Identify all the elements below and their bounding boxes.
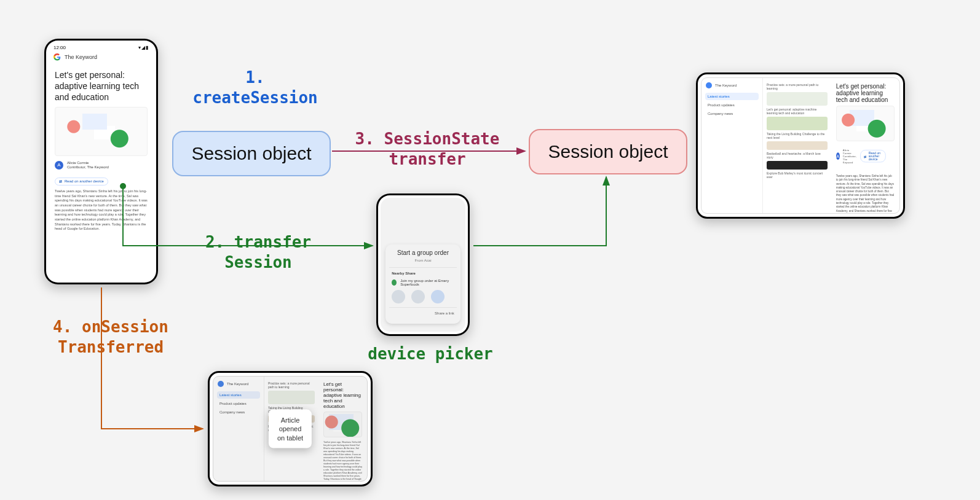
session-object-source: Session object (172, 131, 331, 176)
session-object-dest: Session object (529, 129, 687, 174)
step-2-label: 2. transfer Session (188, 232, 329, 272)
feed-item: Basketball and heartache: a March love s… (767, 152, 828, 159)
tablet-headline: Let's get personal: adaptive learning te… (836, 83, 895, 103)
step-4-label: 4. onSession Transferred (40, 317, 181, 357)
nav-item[interactable]: Product updates (705, 101, 759, 109)
feed-item: Taking the Living Building Challenge to … (767, 132, 828, 139)
nearby-status-icon (392, 279, 397, 286)
feed-item: Explore Bob Marley's most iconic concert… (767, 171, 828, 179)
step-3-label: 3. SessionState transfer (341, 129, 513, 169)
status-icons: ▾◢▮ (138, 45, 149, 50)
google-logo-icon (217, 380, 224, 388)
share-link-label: Share a link (392, 311, 454, 315)
author-role: Contributor, The Keyword (67, 165, 109, 170)
clock-label: 12:00 (53, 45, 66, 50)
nav-item[interactable]: Latest stories (705, 93, 759, 100)
share-target-avatar[interactable] (392, 290, 405, 303)
tablet-hero-illustration (836, 106, 895, 141)
share-target-avatar[interactable] (411, 290, 425, 303)
picker-title: Start a group order (392, 249, 454, 256)
device-picker-phone-mock: Start a group order From Acai Nearby Sha… (376, 193, 470, 336)
device-picker-label: device picker (350, 344, 510, 364)
read-on-chip[interactable]: ⇄ Read on another device (860, 150, 886, 162)
picker-subtitle: From Acai (392, 259, 454, 262)
google-logo-icon (53, 53, 61, 61)
svg-point-1 (218, 381, 224, 387)
author-avatar: A (55, 161, 63, 170)
step-1-label: 1. createSession (184, 68, 326, 107)
diagram-canvas: 1. createSession 2. transfer Session 3. … (0, 0, 980, 500)
share-target-device[interactable] (431, 290, 445, 303)
invite-text: Join my group order at Emery Superfoods (400, 279, 454, 286)
feed-item: Practice sets: a more personal path to l… (767, 83, 828, 90)
feed-item: Let's get personal: adaptive machine lea… (767, 107, 828, 115)
article-opened-toast: Article opened on tablet (269, 410, 312, 448)
nav-item[interactable]: Company news (705, 110, 759, 117)
callback-tablet-mock: The Keyword Latest stories Product updat… (208, 371, 373, 486)
source-phone-mock: 12:00▾◢▮ The Keyword Let's get personal:… (44, 39, 158, 284)
read-on-another-device-chip[interactable]: ⇄ Read on another device (55, 178, 108, 186)
svg-point-0 (706, 82, 712, 88)
destination-tablet-mock: The Keyword Latest stories Product updat… (696, 72, 905, 219)
author-name: Alicia Cormie (67, 161, 109, 165)
nearby-share-label: Nearby Share (392, 271, 416, 275)
app-title: The Keyword (65, 54, 97, 60)
article-body: Twelve years ago, Shantanu Sinha left hi… (55, 189, 148, 232)
article-headline: Let's get personal: adaptive learning te… (55, 69, 148, 103)
hero-illustration (55, 107, 148, 156)
google-logo-icon (705, 82, 713, 89)
